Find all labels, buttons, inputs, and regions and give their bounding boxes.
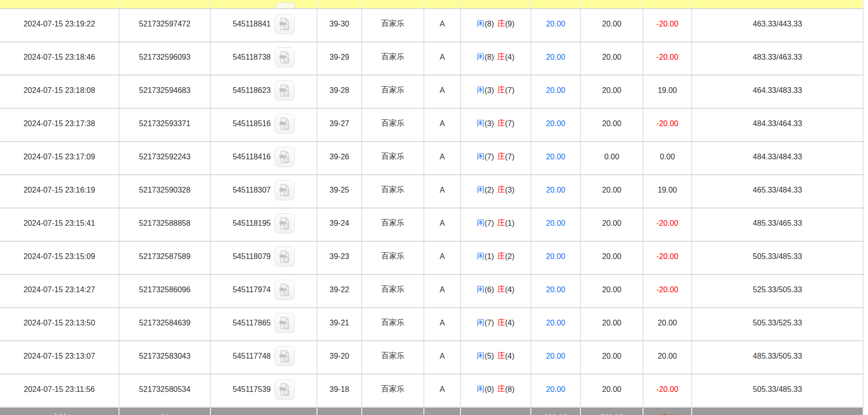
game-id-cell: 545118079 (211, 242, 317, 274)
video-replay-button[interactable] (275, 246, 295, 267)
round-cell: 39-27 (317, 109, 362, 141)
result-cell: 闲(2)庄(3) (461, 175, 531, 208)
result-cell: 闲(5)庄(4) (461, 341, 531, 374)
round-cell: 39-20 (317, 341, 362, 374)
video-replay-button[interactable] (275, 14, 295, 34)
valid-bet-cell: 20.00 (531, 76, 581, 108)
valid-bet-cell: 20.00 (531, 9, 581, 41)
bet-time-cell: 2024-07-15 23:18:08 (0, 76, 119, 108)
win-loss-cell: -20.00 (644, 109, 692, 141)
balance-cell: 505.33/485.33 (692, 242, 864, 274)
bet-id-cell: 521732587589 (119, 242, 211, 274)
video-replay-button[interactable] (275, 80, 295, 101)
banker-score: (7) (505, 119, 515, 128)
player-score: (7) (485, 219, 494, 228)
player-score: (2) (485, 186, 494, 195)
balance-cell: 525.33/505.33 (692, 275, 864, 307)
player-label: 闲 (477, 19, 485, 29)
balance-cell: 465.33/484.33 (692, 175, 864, 208)
bet-amount-cell: 20.00 (581, 175, 644, 208)
bet-amount-cell: 20.00 (581, 242, 644, 274)
video-replay-button-partial[interactable] (276, 2, 296, 8)
video-replay-button[interactable] (275, 213, 295, 233)
bet-time-cell: 2024-07-15 23:17:09 (0, 142, 119, 174)
banker-label: 庄 (498, 251, 505, 261)
game-type-cell: 百家乐 (362, 9, 424, 41)
game-id-cell: 545117539 (211, 375, 317, 407)
table-cell: A (424, 109, 461, 141)
subtotal-row: 小计 31 620.00 560.00 -85.00 (0, 408, 864, 415)
balance-cell: 485.33/465.33 (692, 208, 864, 241)
video-replay-button[interactable] (275, 313, 295, 333)
bet-amount-cell: 20.00 (581, 308, 644, 340)
video-replay-button[interactable] (275, 114, 295, 134)
video-file-icon (278, 183, 291, 197)
table-row: 2024-07-15 23:17:38 521732593371 5451185… (0, 109, 864, 142)
bet-amount-cell: 20.00 (581, 9, 644, 41)
bet-amount-cell (581, 0, 644, 8)
game-id-cell: 545118195 (211, 208, 317, 241)
player-score: (8) (485, 20, 494, 28)
video-replay-button[interactable] (275, 346, 295, 366)
video-replay-button[interactable] (275, 180, 295, 200)
bet-time-cell (0, 0, 119, 8)
video-file-icon (278, 84, 291, 97)
banker-label: 庄 (498, 185, 505, 195)
banker-label: 庄 (498, 384, 505, 394)
result-cell: 闲(3)庄(7) (461, 109, 531, 141)
win-loss-cell (644, 0, 692, 8)
result-cell: 闲(3)庄(7) (461, 76, 531, 108)
win-loss-cell: -20.00 (644, 275, 692, 307)
table-cell: A (424, 308, 461, 340)
valid-bet-cell: 20.00 (531, 341, 581, 374)
bet-time-cell: 2024-07-15 23:14:27 (0, 275, 119, 307)
table-cell: A (424, 275, 461, 307)
table-cell: A (424, 76, 461, 108)
banker-score: (8) (505, 385, 515, 394)
player-label: 闲 (477, 285, 485, 295)
table-cell: A (424, 42, 461, 75)
banker-score: (4) (505, 53, 515, 62)
game-type-cell: 百家乐 (362, 341, 424, 374)
table-row: 2024-07-15 23:18:46 521732596093 5451187… (0, 42, 864, 76)
banker-label: 庄 (498, 285, 505, 295)
table-row: 2024-07-15 23:13:07 521732583043 5451177… (0, 341, 864, 375)
banker-score: (2) (505, 252, 515, 261)
video-file-icon (278, 117, 291, 130)
bet-id-cell: 521732594683 (119, 76, 211, 108)
player-label: 闲 (477, 185, 485, 195)
banker-label: 庄 (498, 85, 505, 95)
bet-time-cell: 2024-07-15 23:16:19 (0, 175, 119, 208)
highlighted-row-partial (0, 0, 864, 9)
player-label: 闲 (477, 351, 485, 361)
video-replay-button[interactable] (275, 47, 295, 67)
banker-label: 庄 (498, 52, 505, 62)
subtotal-bet-amount: 560.00 (581, 408, 644, 415)
banker-label: 庄 (498, 118, 505, 129)
video-file-icon (278, 150, 291, 164)
video-replay-button[interactable] (275, 379, 295, 400)
player-label: 闲 (477, 218, 485, 228)
win-loss-cell: 19.00 (644, 175, 692, 208)
video-replay-button[interactable] (275, 147, 295, 167)
bet-id-cell: 521732597472 (119, 9, 211, 41)
video-replay-button[interactable] (275, 280, 295, 300)
balance-cell (692, 0, 864, 8)
round-cell: 39-24 (317, 208, 362, 241)
result-cell: 闲(8)庄(4) (461, 42, 531, 75)
bet-id-cell: 521732592243 (119, 142, 211, 174)
subtotal-empty-cell (692, 408, 864, 415)
game-type-cell: 百家乐 (362, 42, 424, 75)
game-id-cell: 545118738 (211, 42, 317, 75)
player-label: 闲 (477, 118, 485, 129)
bet-id-cell: 521732580534 (119, 375, 211, 407)
subtotal-empty-cell (461, 408, 531, 415)
table-cell: A (424, 242, 461, 274)
game-id-cell: 545118841 (211, 9, 317, 41)
bet-id-cell: 521732584639 (119, 308, 211, 340)
banker-score: (3) (505, 186, 515, 195)
result-cell: 闲(7)庄(7) (461, 142, 531, 174)
banker-label: 庄 (498, 318, 505, 328)
valid-bet-cell: 20.00 (531, 142, 581, 174)
game-id-cell (211, 0, 317, 8)
